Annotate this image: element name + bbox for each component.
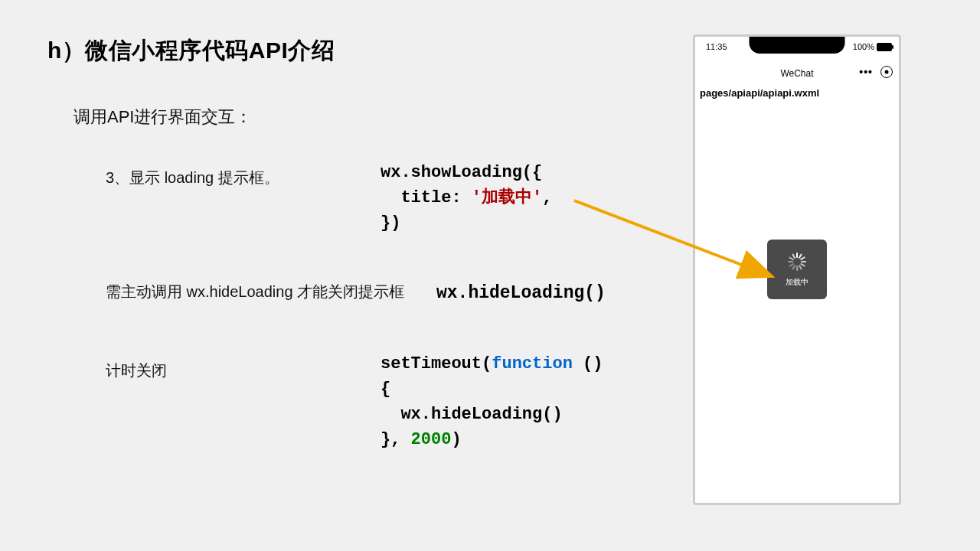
bullet-hide-loading: 需主动调用 wx.hideLoading 才能关闭提示框: [106, 282, 404, 302]
code-settimeout: setTimeout(function () { wx.hideLoading(…: [381, 351, 603, 452]
slide-subtitle: 调用API进行界面交互：: [74, 106, 252, 129]
bullet-timed-close: 计时关闭: [106, 360, 167, 381]
code-text: },: [381, 430, 411, 449]
loading-toast: 加载中: [767, 240, 827, 299]
slide-title: h）微信小程序代码API介绍: [47, 35, 335, 67]
status-time: 11:35: [706, 42, 727, 51]
menu-dots-icon[interactable]: •••: [859, 67, 873, 77]
slide: h）微信小程序代码API介绍 调用API进行界面交互： 3、显示 loading…: [0, 0, 980, 551]
battery-percent: 100%: [853, 42, 874, 51]
code-text: wx.hideLoading(): [381, 405, 563, 424]
nav-capsule: •••: [859, 66, 893, 78]
close-target-icon[interactable]: [880, 66, 893, 78]
spinner-icon: [787, 252, 807, 272]
status-right: 100%: [853, 42, 892, 51]
code-number: 2000: [411, 430, 452, 449]
code-text: (): [573, 354, 603, 373]
battery-icon: [877, 43, 892, 51]
code-keyword: function: [492, 354, 573, 373]
phone-preview: 11:35 100% WeChat ••• pages/apiapi/apiap…: [693, 34, 901, 505]
code-hide-loading: wx.hideLoading(): [436, 280, 606, 307]
toast-text: 加载中: [786, 277, 808, 288]
code-text: setTimeout(: [381, 354, 492, 373]
page-path: pages/apiapi/apiapi.wxml: [700, 87, 819, 99]
phone-notch: [750, 37, 845, 54]
bullet-show-loading: 3、显示 loading 提示框。: [106, 168, 279, 188]
code-string: '加载中': [472, 188, 542, 207]
code-text: }): [381, 214, 400, 233]
code-text: wx.showLoading({: [381, 163, 542, 182]
code-text: ,: [542, 188, 552, 207]
code-show-loading: wx.showLoading({ title: '加载中', }): [381, 160, 552, 236]
code-text: ): [451, 430, 461, 449]
code-text: title:: [381, 188, 472, 207]
code-text: {: [381, 380, 390, 399]
